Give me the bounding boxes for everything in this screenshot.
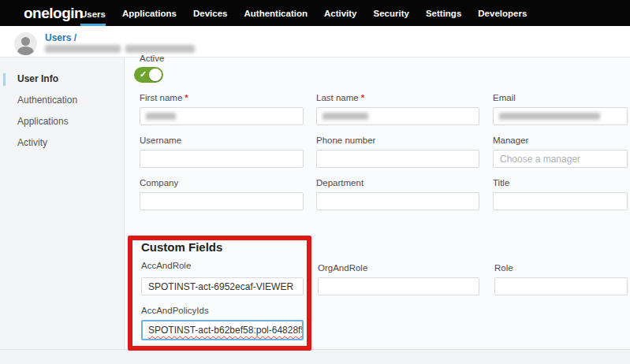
first-name-redacted-value bbox=[146, 113, 176, 120]
active-accent-bar bbox=[3, 73, 6, 86]
organdrole-input[interactable] bbox=[318, 277, 479, 295]
onelogin-logo: onelogin bbox=[24, 0, 83, 26]
nav-item-users[interactable]: Users bbox=[80, 0, 106, 26]
first-name-label: First name* bbox=[140, 93, 188, 102]
company-label: Company bbox=[140, 178, 178, 188]
active-toggle[interactable]: ✓ bbox=[134, 67, 163, 83]
nav-menu: Users Applications Devices Authenticatio… bbox=[80, 0, 527, 26]
toggle-knob bbox=[149, 69, 162, 81]
username-label: Username bbox=[140, 136, 181, 145]
phone-number-input[interactable] bbox=[316, 150, 479, 168]
user-avatar-icon bbox=[14, 32, 37, 55]
accandpolicyids-value: SPOTINST-act-b62bef58:pol-64828f58 bbox=[148, 325, 304, 336]
sidebar-item-user-info[interactable]: User Info bbox=[0, 69, 124, 90]
manager-input[interactable] bbox=[493, 150, 628, 168]
title-label: Title bbox=[493, 178, 509, 188]
breadcrumb-user-name-redacted bbox=[45, 45, 195, 53]
nav-item-applications[interactable]: Applications bbox=[122, 0, 177, 26]
email-redacted-value bbox=[499, 113, 600, 120]
custom-fields-heading: Custom Fields bbox=[141, 240, 222, 254]
username-input[interactable] bbox=[140, 150, 304, 168]
check-icon: ✓ bbox=[140, 69, 147, 80]
top-nav: onelogin Users Applications Devices Auth… bbox=[0, 0, 630, 26]
required-asterisk: * bbox=[361, 93, 364, 102]
phone-number-label: Phone number bbox=[316, 136, 375, 145]
accandrole-label: AccAndRole bbox=[141, 261, 191, 270]
nav-item-devices[interactable]: Devices bbox=[193, 0, 227, 26]
accandpolicyids-input[interactable]: SPOTINST-act-b62bef58:pol-64828f58 bbox=[141, 320, 304, 340]
nav-item-activity[interactable]: Activity bbox=[324, 0, 357, 26]
role-input[interactable] bbox=[494, 277, 628, 295]
sidebar-item-applications[interactable]: Applications bbox=[0, 111, 124, 132]
nav-item-developers[interactable]: Developers bbox=[478, 0, 527, 26]
accandrole-input[interactable] bbox=[141, 277, 304, 295]
last-name-redacted-value bbox=[322, 113, 368, 120]
department-label: Department bbox=[316, 178, 363, 188]
required-asterisk: * bbox=[185, 93, 188, 102]
last-name-label: Last name* bbox=[316, 93, 364, 102]
breadcrumb-users-link[interactable]: Users / bbox=[45, 32, 76, 43]
department-input[interactable] bbox=[316, 192, 479, 210]
user-section-sidebar: User Info Authentication Applications Ac… bbox=[0, 58, 125, 349]
onelogin-admin-screen: onelogin Users Applications Devices Auth… bbox=[0, 0, 630, 364]
sidebar-item-authentication[interactable]: Authentication bbox=[0, 90, 124, 111]
organdrole-label: OrgAndRole bbox=[318, 263, 367, 273]
page-header: Users / bbox=[0, 26, 630, 58]
email-label: Email bbox=[493, 93, 516, 102]
sidebar-item-activity[interactable]: Activity bbox=[0, 132, 124, 154]
title-input[interactable] bbox=[493, 192, 628, 210]
company-input[interactable] bbox=[140, 192, 304, 210]
nav-item-settings[interactable]: Settings bbox=[426, 0, 461, 26]
footer-strip bbox=[0, 349, 630, 364]
role-label: Role bbox=[494, 263, 513, 273]
active-label: Active bbox=[140, 54, 164, 63]
nav-item-security[interactable]: Security bbox=[374, 0, 409, 26]
nav-item-authentication[interactable]: Authentication bbox=[244, 0, 308, 26]
accandpolicyids-label: AccAndPolicyIds bbox=[141, 306, 209, 315]
manager-label: Manager bbox=[493, 136, 528, 145]
